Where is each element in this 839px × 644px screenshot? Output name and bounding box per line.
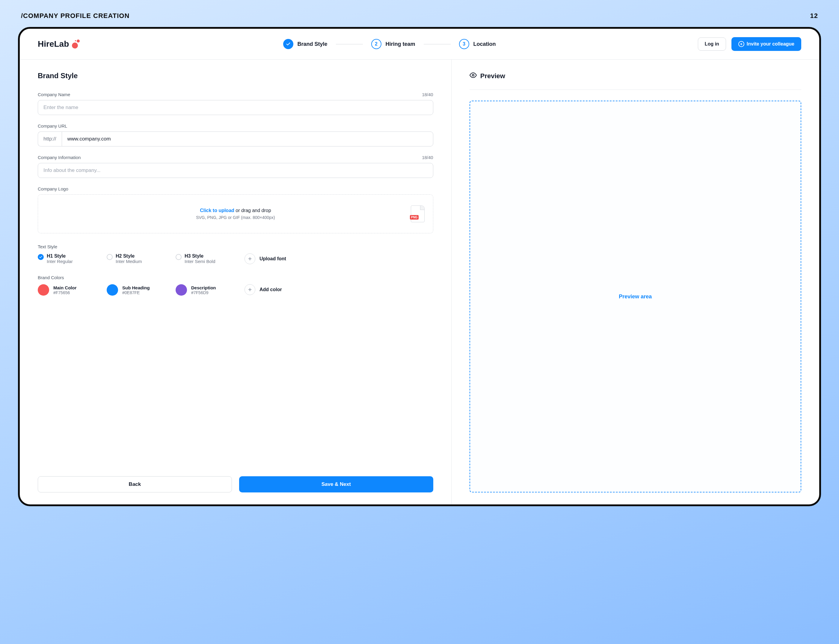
plus-circle-icon: + [738,41,744,47]
option-title: H3 Style [184,253,216,259]
device-frame: HireLab Brand Style 2 Hiring team 3 Loca… [18,27,821,506]
color-name: Main Color [53,285,77,290]
form-pane: Brand Style Company Name 18/40 Company U… [20,59,452,504]
preview-pane: Preview Preview area [452,59,819,504]
form-title: Brand Style [38,72,433,80]
brand-colors-field: Brand Colors Main Color #F75656 Sub Head… [38,273,433,296]
file-type-badge: PNG [410,215,419,220]
preview-area: Preview area [469,101,801,493]
step-number-icon: 3 [459,39,469,49]
company-logo-field: Company Logo Click to upload or drag and… [38,186,433,233]
option-subtitle: Inter Medium [116,259,142,264]
color-swatch-icon [38,284,49,296]
upload-font-button[interactable]: + Upload font [245,253,286,264]
upload-rest: or drag and drop [234,208,271,213]
page-number: 12 [810,12,818,20]
eye-icon [469,72,477,80]
text-style-option-h1[interactable]: H1 Style Inter Regular [38,253,95,264]
logo-text: HireLab [38,39,69,49]
step-location[interactable]: 3 Location [459,39,496,49]
step-label: Brand Style [298,41,327,47]
preview-placeholder: Preview area [619,294,652,300]
preview-title: Preview [480,72,505,80]
radio-unchecked-icon [107,254,113,260]
company-url-field: Company URL http:// [38,123,433,146]
brand-color-subheading[interactable]: Sub Heading #0E87FE [107,284,164,296]
step-brand-style[interactable]: Brand Style [283,39,327,49]
upload-link[interactable]: Click to upload [200,208,234,213]
add-color-label: Add color [260,287,282,292]
company-name-input[interactable] [38,100,433,115]
company-url-input[interactable] [62,131,433,146]
file-thumb-icon: PNG [411,205,424,222]
app-logo[interactable]: HireLab [38,39,81,49]
color-swatch-icon [176,284,187,296]
step-label: Location [474,41,496,47]
back-button[interactable]: Back [38,476,232,493]
field-label: Company Logo [38,186,68,191]
field-label: Company Information [38,155,81,160]
step-label: Hiring team [386,41,415,47]
color-name: Description [191,285,216,290]
svg-point-0 [472,74,474,76]
company-info-input[interactable] [38,163,433,178]
login-button[interactable]: Log in [698,38,726,51]
color-name: Sub Heading [122,285,150,290]
url-prefix: http:// [38,131,62,146]
preview-header: Preview [469,72,801,80]
save-next-button[interactable]: Save & Next [239,476,433,493]
upload-font-label: Upload font [260,256,286,261]
upload-hint: SVG, PNG, JPG or GIF (max. 800×400px) [196,215,275,220]
brand-color-main[interactable]: Main Color #F75656 [38,284,95,296]
topbar: HireLab Brand Style 2 Hiring team 3 Loca… [20,29,819,59]
text-style-option-h2[interactable]: H2 Style Inter Medium [107,253,164,264]
color-hex: #0E87FE [122,290,150,295]
option-title: H2 Style [116,253,142,259]
color-hex: #7F56D9 [191,290,216,295]
brand-color-description[interactable]: Description #7F56D9 [176,284,232,296]
logo-mark-icon [72,39,81,49]
add-color-button[interactable]: + Add color [245,284,282,295]
topbar-actions: Log in + Invite your colleague [698,37,801,51]
check-icon [283,39,293,49]
step-connector [424,44,451,44]
page-label: /COMPANY PROFILE CREATION [21,12,130,20]
upload-zone[interactable]: Click to upload or drag and drop SVG, PN… [38,194,433,233]
radio-checked-icon [38,254,44,260]
invite-colleague-button[interactable]: + Invite your colleague [731,37,801,51]
option-subtitle: Inter Regular [47,259,73,264]
step-hiring-team[interactable]: 2 Hiring team [371,39,415,49]
form-footer: Back Save & Next [38,464,433,493]
stepper: Brand Style 2 Hiring team 3 Location [93,39,686,49]
option-title: H1 Style [47,253,73,259]
color-hex: #F75656 [53,290,77,295]
plus-icon: + [245,253,255,264]
char-counter: 18/40 [422,92,433,97]
radio-unchecked-icon [176,254,182,260]
field-label: Text Style [38,244,433,249]
text-style-option-h3[interactable]: H3 Style Inter Semi Bold [176,253,232,264]
color-swatch-icon [107,284,118,296]
option-subtitle: Inter Semi Bold [184,259,216,264]
invite-button-label: Invite your colleague [747,41,795,47]
step-number-icon: 2 [371,39,382,49]
company-info-field: Company Information 18/40 [38,155,433,178]
char-counter: 18/40 [422,155,433,160]
field-label: Company URL [38,123,67,128]
main-content: Brand Style Company Name 18/40 Company U… [20,59,819,504]
field-label: Brand Colors [38,275,433,280]
field-label: Company Name [38,92,70,97]
text-style-field: Text Style H1 Style Inter Regular [38,242,433,264]
plus-icon: + [245,284,255,295]
step-connector [336,44,363,44]
company-name-field: Company Name 18/40 [38,92,433,115]
